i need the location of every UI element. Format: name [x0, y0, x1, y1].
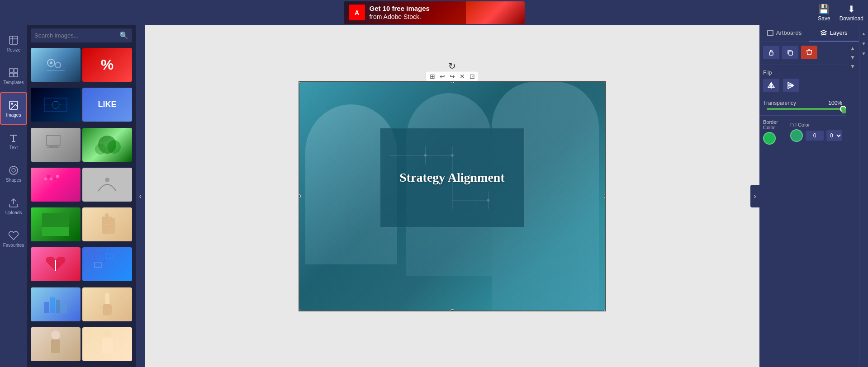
delete-button[interactable]	[801, 46, 817, 59]
expand-tool[interactable]: ⊡	[470, 73, 475, 80]
sidebar-item-templates[interactable]: Templates	[0, 60, 27, 92]
image-thumb[interactable]: %	[82, 48, 132, 82]
image-thumb[interactable]	[82, 128, 132, 162]
far-right-down[interactable]: ▼	[860, 39, 868, 47]
image-thumb[interactable]	[82, 247, 132, 281]
tab-layers[interactable]: Layers	[809, 25, 859, 42]
svg-point-12	[55, 62, 61, 68]
transparency-row: Transparency 100%	[759, 98, 846, 108]
svg-point-61	[451, 154, 454, 157]
image-thumb[interactable]: LIKE	[82, 88, 132, 122]
svg-rect-46	[103, 304, 112, 315]
border-color-label: Border Color	[763, 119, 781, 130]
strategy-box: Strategy Alignment	[380, 128, 525, 227]
rotate-handle[interactable]: ↻	[448, 61, 456, 71]
save-button[interactable]: 💾 Save	[818, 4, 830, 22]
save-icon: 💾	[818, 4, 830, 14]
image-thumb[interactable]	[82, 207, 132, 241]
svg-rect-27	[56, 175, 59, 178]
image-thumb[interactable]	[82, 168, 132, 202]
sidebar-item-uploads[interactable]: Uploads	[0, 190, 27, 222]
flip-vertical-button[interactable]	[783, 79, 799, 92]
image-thumb[interactable]	[31, 88, 81, 122]
grid-tool[interactable]: ⊞	[430, 73, 435, 80]
far-right-up[interactable]: ▲	[860, 29, 868, 38]
adobe-logo: A	[349, 5, 365, 20]
image-thumb[interactable]	[31, 247, 81, 281]
fill-value-input[interactable]	[806, 131, 824, 141]
far-right-expand[interactable]: ▼	[860, 49, 868, 57]
border-color-swatch[interactable]	[763, 132, 776, 145]
svg-rect-36	[102, 225, 115, 234]
image-thumb[interactable]	[82, 327, 132, 361]
svg-rect-1	[9, 69, 13, 72]
delete-tool[interactable]: ✕	[460, 73, 465, 80]
adobe-banner[interactable]: A Get 10 free images from Adobe Stock.	[344, 1, 525, 24]
image-thumb[interactable]	[31, 128, 81, 162]
divider-3	[759, 115, 846, 116]
collapse-expand-arrow[interactable]: ▼	[848, 62, 857, 71]
copy-button[interactable]	[782, 46, 798, 59]
right-panel-body: Flip	[759, 42, 859, 367]
svg-rect-43	[56, 300, 60, 313]
flip-buttons	[759, 77, 846, 94]
sidebar-item-images[interactable]: Images	[0, 92, 27, 125]
svg-point-6	[11, 103, 13, 104]
search-input[interactable]	[34, 32, 117, 39]
image-thumb[interactable]	[31, 207, 81, 241]
image-thumb[interactable]	[31, 287, 81, 321]
sidebar-item-shapes[interactable]: Shapes	[0, 157, 27, 190]
svg-rect-64	[768, 30, 773, 36]
svg-marker-70	[788, 82, 793, 85]
svg-point-21	[95, 144, 106, 155]
download-button[interactable]: ⬇ Download	[840, 4, 863, 22]
svg-point-8	[12, 169, 15, 172]
image-thumb[interactable]	[31, 168, 81, 202]
svg-point-7	[9, 166, 18, 174]
flip-horizontal-button[interactable]	[763, 79, 779, 92]
svg-rect-3	[9, 73, 13, 77]
svg-rect-38	[95, 254, 104, 261]
svg-rect-32	[105, 213, 109, 225]
divider-1	[759, 65, 846, 65]
canvas-element[interactable]: Strategy Alignment	[299, 81, 606, 311]
sidebar-item-text[interactable]: Text	[0, 125, 27, 157]
svg-rect-25	[50, 178, 52, 180]
svg-rect-34	[109, 216, 112, 226]
fill-color-swatch[interactable]	[790, 129, 803, 142]
collapse-up-arrow[interactable]: ▲	[848, 44, 857, 53]
collapse-down-arrow[interactable]: ▼	[848, 53, 857, 62]
image-thumb[interactable]	[31, 327, 81, 361]
fill-row: 0 1 2 3 4	[790, 129, 842, 142]
sidebar-item-resize[interactable]: Resize	[0, 27, 27, 60]
strategy-text: Strategy Alignment	[399, 170, 505, 185]
svg-rect-4	[14, 73, 18, 77]
images-panel: 🔍 % LIKE	[27, 25, 136, 367]
right-expand-button[interactable]: ›	[750, 185, 759, 207]
svg-point-60	[424, 154, 427, 157]
green-accent	[842, 108, 846, 113]
transparency-value: 100%	[828, 100, 842, 106]
panel-collapse-button[interactable]: ‹	[136, 185, 145, 207]
search-icon: 🔍	[119, 31, 128, 40]
lock-button[interactable]	[763, 46, 779, 59]
right-collapse-panel: ▲ ▼ ▼	[846, 42, 859, 367]
flip-label: Flip	[759, 67, 846, 77]
border-color-section: Border Color	[763, 119, 781, 145]
tab-artboards[interactable]: Artboards	[759, 25, 809, 42]
svg-rect-0	[9, 36, 18, 44]
transparency-slider[interactable]	[767, 108, 846, 110]
canvas-wrapper: ↻ ⊞ ↩ ↪ ✕ ⊡	[299, 81, 606, 311]
canvas-area: ↻ ⊞ ↩ ↪ ✕ ⊡	[145, 25, 759, 367]
svg-rect-66	[789, 51, 792, 55]
sidebar-item-favourites[interactable]: Favourites	[0, 222, 27, 255]
main-layout: Resize Templates Images Text Shapes Uplo…	[0, 25, 868, 367]
slider-fill	[767, 108, 846, 110]
redo-tool[interactable]: ↪	[450, 73, 455, 80]
fill-dropdown[interactable]: 0 1 2 3 4	[826, 130, 842, 141]
image-thumb[interactable]	[82, 287, 132, 321]
svg-point-49	[103, 329, 111, 338]
image-thumb[interactable]	[31, 48, 81, 82]
svg-rect-28	[59, 178, 62, 180]
undo-tool[interactable]: ↩	[440, 73, 445, 80]
